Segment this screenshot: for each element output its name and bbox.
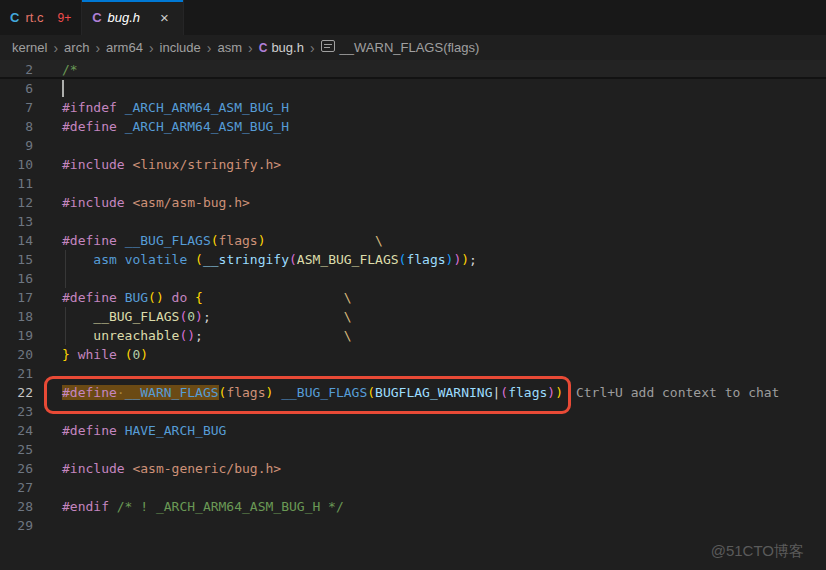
breadcrumb-item--warn-flags-flags-[interactable]: __WARN_FLAGS(flags) bbox=[321, 40, 480, 55]
code-text bbox=[62, 478, 826, 497]
code-text: __BUG_FLAGS(0); \ bbox=[62, 307, 826, 326]
code-line-13[interactable]: 13 bbox=[0, 212, 826, 231]
tab-label: rt.c bbox=[25, 10, 43, 25]
code-text: } while (0) bbox=[62, 345, 826, 364]
code-text bbox=[62, 440, 826, 459]
add-context-to-chat-hint: Ctrl+U add context to chat bbox=[563, 385, 780, 400]
code-line-11[interactable]: 11 bbox=[0, 174, 826, 193]
tab-bar: Crt.c9+Cbug.h× bbox=[0, 0, 826, 35]
code-line-6[interactable]: 6 bbox=[0, 79, 826, 98]
breadcrumb-label: bug.h bbox=[271, 40, 304, 55]
breadcrumb-separator: › bbox=[95, 41, 100, 55]
line-number: 23 bbox=[0, 402, 46, 421]
line-number: 15 bbox=[0, 250, 46, 269]
line-number: 2 bbox=[0, 60, 46, 79]
code-editor[interactable]: 2/*67#ifndef _ARCH_ARM64_ASM_BUG_H8#defi… bbox=[0, 60, 826, 535]
code-text bbox=[62, 212, 826, 231]
line-number: 29 bbox=[0, 516, 46, 535]
code-text: unreachable(); \ bbox=[62, 326, 826, 345]
code-text bbox=[62, 364, 826, 383]
line-number: 13 bbox=[0, 212, 46, 231]
breadcrumb-item-bug-h[interactable]: Cbug.h bbox=[259, 40, 304, 55]
code-line-29[interactable]: 29 bbox=[0, 516, 826, 535]
watermark: @51CTO博客 bbox=[711, 542, 804, 561]
breadcrumb-separator: › bbox=[53, 41, 58, 55]
code-text: #define·__WARN_FLAGS(flags) __BUG_FLAGS(… bbox=[62, 383, 826, 402]
breadcrumb-item-include[interactable]: include bbox=[160, 40, 201, 55]
tab-bug.h[interactable]: Cbug.h× bbox=[82, 0, 184, 35]
code-line-20[interactable]: 20} while (0) bbox=[0, 345, 826, 364]
code-line-10[interactable]: 10#include <linux/stringify.h> bbox=[0, 155, 826, 174]
code-text: #include <linux/stringify.h> bbox=[62, 155, 826, 174]
breadcrumb-separator: › bbox=[248, 41, 253, 55]
c-file-icon: C bbox=[259, 41, 268, 55]
close-icon[interactable]: × bbox=[156, 8, 173, 27]
line-number: 16 bbox=[0, 269, 46, 288]
code-text bbox=[62, 269, 826, 288]
line-number: 11 bbox=[0, 174, 46, 193]
line-number: 22 bbox=[0, 383, 46, 402]
line-number: 8 bbox=[0, 117, 46, 136]
line-number: 7 bbox=[0, 98, 46, 117]
c-file-icon: C bbox=[92, 10, 101, 25]
code-line-17[interactable]: 17#define BUG() do { \ bbox=[0, 288, 826, 307]
code-line-2[interactable]: 2/* bbox=[0, 60, 826, 79]
breadcrumb-label: __WARN_FLAGS(flags) bbox=[340, 40, 480, 55]
breadcrumb-separator: › bbox=[207, 41, 212, 55]
code-line-27[interactable]: 27 bbox=[0, 478, 826, 497]
line-number: 9 bbox=[0, 136, 46, 155]
line-number: 14 bbox=[0, 231, 46, 250]
code-line-22[interactable]: 22#define·__WARN_FLAGS(flags) __BUG_FLAG… bbox=[0, 383, 826, 402]
problems-badge: 9+ bbox=[57, 11, 71, 25]
breadcrumb-separator: › bbox=[310, 41, 315, 55]
code-text bbox=[62, 516, 826, 535]
breadcrumb-item-kernel[interactable]: kernel bbox=[12, 40, 47, 55]
code-text: #define HAVE_ARCH_BUG bbox=[62, 421, 826, 440]
breadcrumb-item-arch[interactable]: arch bbox=[64, 40, 89, 55]
code-line-18[interactable]: 18 __BUG_FLAGS(0); \ bbox=[0, 307, 826, 326]
line-number: 18 bbox=[0, 307, 46, 326]
code-line-14[interactable]: 14#define __BUG_FLAGS(flags) \ bbox=[0, 231, 826, 250]
tab-label: bug.h bbox=[108, 10, 141, 25]
line-number: 25 bbox=[0, 440, 46, 459]
code-text: #define __BUG_FLAGS(flags) \ bbox=[62, 231, 826, 250]
code-line-24[interactable]: 24#define HAVE_ARCH_BUG bbox=[0, 421, 826, 440]
line-number: 19 bbox=[0, 326, 46, 345]
breadcrumb-label: arch bbox=[64, 40, 89, 55]
code-text: /* bbox=[62, 60, 826, 79]
code-line-28[interactable]: 28#endif /* ! _ARCH_ARM64_ASM_BUG_H */ bbox=[0, 497, 826, 516]
breadcrumb-label: asm bbox=[217, 40, 242, 55]
line-number: 26 bbox=[0, 459, 46, 478]
code-line-21[interactable]: 21 bbox=[0, 364, 826, 383]
tab-rt.c[interactable]: Crt.c9+ bbox=[0, 0, 82, 35]
code-text bbox=[62, 79, 826, 98]
line-number: 27 bbox=[0, 478, 46, 497]
code-line-8[interactable]: 8#define _ARCH_ARM64_ASM_BUG_H bbox=[0, 117, 826, 136]
code-line-19[interactable]: 19 unreachable(); \ bbox=[0, 326, 826, 345]
vscode-window: Crt.c9+Cbug.h× kernel›arch›arm64›include… bbox=[0, 0, 826, 570]
breadcrumb-item-asm[interactable]: asm bbox=[217, 40, 242, 55]
code-line-9[interactable]: 9 bbox=[0, 136, 826, 155]
code-text: #define BUG() do { \ bbox=[62, 288, 826, 307]
code-text bbox=[62, 402, 826, 421]
code-line-25[interactable]: 25 bbox=[0, 440, 826, 459]
breadcrumb-item-arm64[interactable]: arm64 bbox=[106, 40, 143, 55]
code-text: #define _ARCH_ARM64_ASM_BUG_H bbox=[62, 117, 826, 136]
code-line-15[interactable]: 15 asm volatile (__stringify(ASM_BUG_FLA… bbox=[0, 250, 826, 269]
code-text: #endif /* ! _ARCH_ARM64_ASM_BUG_H */ bbox=[62, 497, 826, 516]
line-number: 10 bbox=[0, 155, 46, 174]
code-line-16[interactable]: 16 bbox=[0, 269, 826, 288]
code-text: #ifndef _ARCH_ARM64_ASM_BUG_H bbox=[62, 98, 826, 117]
code-text: #include <asm-generic/bug.h> bbox=[62, 459, 826, 478]
code-line-26[interactable]: 26#include <asm-generic/bug.h> bbox=[0, 459, 826, 478]
breadcrumb: kernel›arch›arm64›include›asm›Cbug.h›__W… bbox=[0, 35, 826, 60]
code-line-12[interactable]: 12#include <asm/asm-bug.h> bbox=[0, 193, 826, 212]
breadcrumb-label: arm64 bbox=[106, 40, 143, 55]
code-line-23[interactable]: 23 bbox=[0, 402, 826, 421]
code-line-7[interactable]: 7#ifndef _ARCH_ARM64_ASM_BUG_H bbox=[0, 98, 826, 117]
line-number: 20 bbox=[0, 345, 46, 364]
line-number: 21 bbox=[0, 364, 46, 383]
line-number: 6 bbox=[0, 79, 46, 98]
code-text: #include <asm/asm-bug.h> bbox=[62, 193, 826, 212]
code-text bbox=[62, 174, 826, 193]
